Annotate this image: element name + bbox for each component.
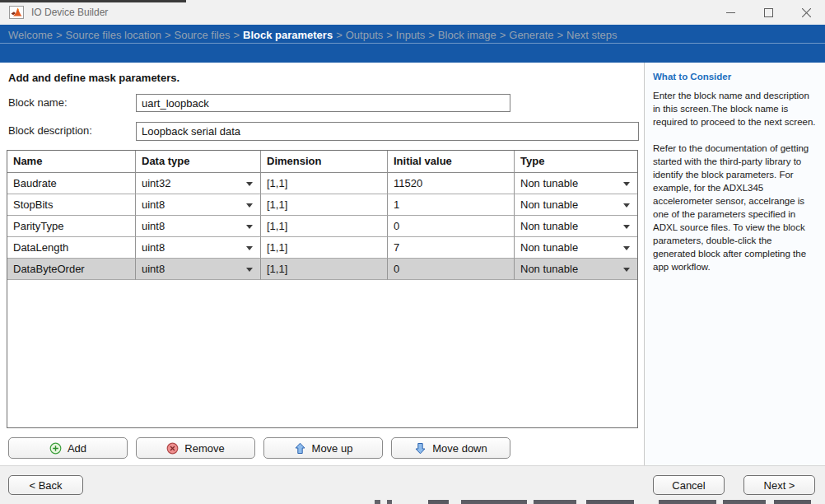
chevron-down-icon[interactable] xyxy=(623,268,630,272)
breadcrumb-separator: > xyxy=(425,29,438,41)
step-inputs[interactable]: Inputs xyxy=(396,29,425,41)
cell-dimension[interactable]: [1,1] xyxy=(261,173,388,194)
breadcrumb-separator: > xyxy=(553,29,566,41)
cell-name[interactable]: DataByteOrder xyxy=(7,259,136,280)
minimize-button[interactable] xyxy=(711,0,749,25)
chevron-down-icon[interactable] xyxy=(623,203,630,208)
breadcrumb-separator: > xyxy=(53,29,66,41)
step-welcome[interactable]: Welcome xyxy=(8,29,53,41)
move-up-button[interactable]: Move up xyxy=(263,437,383,459)
step-block-image[interactable]: Block image xyxy=(438,29,496,41)
cell-dimension[interactable]: [1,1] xyxy=(261,216,388,237)
cell-initial-value[interactable]: 0 xyxy=(388,216,515,237)
window-controls xyxy=(711,0,825,25)
cell-dimension[interactable]: [1,1] xyxy=(261,259,388,280)
cancel-button[interactable]: Cancel xyxy=(653,475,725,495)
chevron-down-icon[interactable] xyxy=(623,246,630,250)
cell-dimension[interactable]: [1,1] xyxy=(261,237,388,259)
cell-type-value: Non tunable xyxy=(520,177,578,189)
main-content: Add and define mask parameters. Block na… xyxy=(0,63,825,465)
step-block-parameters-current[interactable]: Block parameters xyxy=(243,29,333,41)
arrow-up-icon xyxy=(294,442,306,455)
move-down-button-label: Move down xyxy=(432,442,487,455)
move-down-button[interactable]: Move down xyxy=(391,437,510,459)
breadcrumb-separator: > xyxy=(383,29,396,41)
chevron-down-icon[interactable] xyxy=(623,225,630,229)
chevron-down-icon[interactable] xyxy=(623,182,630,186)
table-row-databyteorder-selected[interactable]: DataByteOrder uint8 [1,1] 0 Non tunable xyxy=(7,259,637,280)
step-source-files-location[interactable]: Source files location xyxy=(66,29,161,41)
cell-data-type-dropdown[interactable]: uint32 xyxy=(136,173,261,194)
block-name-label: Block name: xyxy=(8,96,68,109)
back-button[interactable]: < Back xyxy=(8,475,83,495)
step-source-files[interactable]: Source files xyxy=(174,29,230,41)
cell-initial-value[interactable]: 0 xyxy=(388,259,515,280)
cell-name[interactable]: ParityType xyxy=(7,216,136,237)
table-row-baudrate[interactable]: Baudrate uint32 [1,1] 11520 Non tunable xyxy=(7,173,637,194)
next-button[interactable]: Next > xyxy=(743,475,815,495)
close-button[interactable] xyxy=(787,0,825,25)
maximize-button[interactable] xyxy=(749,0,787,25)
cell-type-value: Non tunable xyxy=(520,198,578,211)
cell-type-dropdown[interactable]: Non tunable xyxy=(515,216,637,237)
cell-name[interactable]: Baudrate xyxy=(7,173,136,194)
add-button[interactable]: Add xyxy=(8,437,128,459)
cell-type-dropdown[interactable]: Non tunable xyxy=(515,173,637,194)
step-next-steps[interactable]: Next steps xyxy=(566,29,617,41)
plus-circle-icon xyxy=(49,442,62,455)
table-actions: Add Remove Move up Move down xyxy=(8,437,510,459)
background-window-sliver-top xyxy=(0,0,186,2)
block-name-field[interactable] xyxy=(136,94,510,112)
cell-data-type-dropdown[interactable]: uint8 xyxy=(136,259,261,280)
cell-data-type-dropdown[interactable]: uint8 xyxy=(136,216,261,237)
help-panel: What to Consider Enter the block name an… xyxy=(644,63,825,465)
help-panel-heading: What to Consider xyxy=(653,72,817,82)
column-header-dimension: Dimension xyxy=(261,151,388,173)
cell-type-value: Non tunable xyxy=(520,220,578,232)
table-row-stopbits[interactable]: StopBits uint8 [1,1] 1 Non tunable xyxy=(7,194,637,216)
cell-type-dropdown[interactable]: Non tunable xyxy=(515,259,637,280)
cell-type-dropdown[interactable]: Non tunable xyxy=(515,237,637,259)
step-outputs[interactable]: Outputs xyxy=(346,29,384,41)
cell-type-value: Non tunable xyxy=(520,241,578,254)
chevron-down-icon[interactable] xyxy=(246,246,253,250)
cell-data-type-dropdown[interactable]: uint8 xyxy=(136,194,261,216)
cell-name[interactable]: DataLength xyxy=(7,237,136,259)
wizard-steps-bar: Welcome>Source files location>Source fil… xyxy=(0,25,825,63)
cell-type-dropdown[interactable]: Non tunable xyxy=(515,194,637,216)
column-header-initial-value: Initial value xyxy=(388,151,515,173)
chevron-down-icon[interactable] xyxy=(246,182,253,186)
chevron-down-icon[interactable] xyxy=(246,225,253,229)
table-row-datalength[interactable]: DataLength uint8 [1,1] 7 Non tunable xyxy=(7,237,637,259)
arrow-down-icon xyxy=(414,442,426,455)
cell-dimension[interactable]: [1,1] xyxy=(261,194,388,216)
cell-data-type-value: uint8 xyxy=(142,220,165,232)
table-header-row: Name Data type Dimension Initial value T… xyxy=(7,151,637,173)
cell-initial-value[interactable]: 11520 xyxy=(388,173,515,194)
cell-initial-value[interactable]: 1 xyxy=(388,194,515,216)
chevron-down-icon[interactable] xyxy=(246,203,253,208)
breadcrumb: Welcome>Source files location>Source fil… xyxy=(0,25,825,44)
titlebar: IO Device Builder xyxy=(0,0,825,25)
window-title: IO Device Builder xyxy=(31,7,711,18)
breadcrumb-separator: > xyxy=(496,29,510,41)
column-header-data-type: Data type xyxy=(136,151,261,173)
table-row-paritytype[interactable]: ParityType uint8 [1,1] 0 Non tunable xyxy=(7,216,637,237)
block-description-field[interactable] xyxy=(136,122,639,141)
background-window-sliver-bottom xyxy=(0,500,825,504)
help-paragraph-1: Enter the block name and description in … xyxy=(653,89,817,128)
cell-data-type-value: uint32 xyxy=(142,177,170,189)
cell-initial-value[interactable]: 7 xyxy=(388,237,515,259)
step-generate[interactable]: Generate xyxy=(509,29,553,41)
breadcrumb-separator: > xyxy=(161,29,175,41)
chevron-down-icon[interactable] xyxy=(246,268,253,272)
breadcrumb-separator: > xyxy=(333,29,346,41)
cross-circle-icon xyxy=(166,442,179,455)
footer-bar: < Back Cancel Next > xyxy=(0,465,825,504)
page-heading: Add and define mask parameters. xyxy=(8,72,179,84)
cell-name[interactable]: StopBits xyxy=(7,194,136,216)
remove-button-label: Remove xyxy=(184,442,224,455)
cell-data-type-value: uint8 xyxy=(142,198,165,211)
cell-data-type-dropdown[interactable]: uint8 xyxy=(136,237,261,259)
remove-button[interactable]: Remove xyxy=(136,437,255,459)
